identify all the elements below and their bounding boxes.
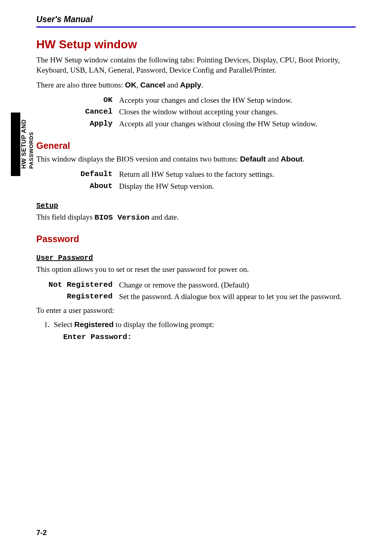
table-row: Registered Set the password. A dialogue … (36, 291, 356, 302)
general-table: Default Return all HW Setup values to th… (36, 168, 356, 192)
about-word: About (281, 155, 303, 163)
sep2: and (165, 81, 180, 89)
desc-cell: Accepts your changes and closes the HW S… (119, 94, 356, 106)
password-table: Not Registered Change or remove the pass… (36, 279, 356, 303)
table-row: Apply Accepts all your changes without c… (36, 118, 356, 130)
general-intro: This window displays the BIOS version an… (36, 154, 356, 164)
btn-cancel-word: Cancel (140, 81, 165, 89)
period1: . (201, 81, 203, 89)
desc-cell: Display the HW Setup version. (119, 180, 356, 192)
and-word: and (266, 155, 281, 163)
step1-pre: Select (54, 320, 74, 329)
setup-text-pre: This field displays (36, 213, 94, 221)
general-heading: General (36, 140, 356, 151)
header-rule (36, 26, 356, 28)
term-cell: About (36, 180, 119, 192)
term-cell: Not Registered (36, 279, 119, 291)
desc-cell: Set the password. A dialogue box will ap… (119, 291, 356, 302)
desc-cell: Change or remove the password. (Default) (119, 279, 356, 291)
desc-cell: Return all HW Setup values to the factor… (119, 168, 356, 180)
enter-password-prompt: Enter Password: (63, 333, 356, 341)
btn-apply-word: Apply (180, 81, 201, 89)
list-item: Select Registered to display the followi… (52, 320, 356, 341)
table-row: Not Registered Change or remove the pass… (36, 279, 356, 291)
running-header: User's Manual (36, 15, 356, 24)
buttons-table: OK Accepts your changes and closes the H… (36, 94, 356, 130)
page-container: User's Manual HW Setup window The HW Set… (0, 0, 392, 359)
term-cell: Apply (36, 118, 119, 130)
enter-intro: To enter a user password: (36, 305, 356, 315)
registered-word: Registered (74, 320, 114, 328)
table-row: OK Accepts your changes and closes the H… (36, 94, 356, 106)
general-intro-pre: This window displays the BIOS version an… (36, 155, 240, 163)
buttons-sentence: There are also three buttons: OK, Cancel… (36, 80, 356, 90)
page-number: 7-2 (36, 529, 47, 537)
table-row: About Display the HW Setup version. (36, 180, 356, 192)
sep1: , (136, 81, 140, 89)
table-row: Default Return all HW Setup values to th… (36, 168, 356, 180)
term-cell: Cancel (36, 106, 119, 118)
desc-cell: Accepts all your changes without closing… (119, 118, 356, 130)
term-cell: Registered (36, 291, 119, 302)
section-intro: The HW Setup window contains the followi… (36, 55, 356, 76)
term-cell: Default (36, 168, 119, 180)
user-password-subheading: User Password (36, 254, 93, 262)
default-word: Default (240, 155, 266, 163)
password-heading: Password (36, 234, 356, 244)
setup-text-post: and date. (150, 213, 179, 221)
term-cell: OK (36, 94, 119, 106)
table-row: Cancel Closes the window without accepti… (36, 106, 356, 118)
desc-cell: Closes the window without accepting your… (119, 106, 356, 118)
password-intro: This option allows you to set or reset t… (36, 264, 356, 274)
section-title: HW Setup window (36, 38, 356, 51)
step1-post: to display the following prompt: (114, 320, 214, 329)
setup-text: This field displays BIOS Version and dat… (36, 212, 356, 223)
bios-version-word: BIOS Version (94, 213, 149, 222)
step-list: Select Registered to display the followi… (36, 320, 356, 341)
btn-ok-word: OK (125, 81, 136, 89)
buttons-sentence-pre: There are also three buttons: (36, 81, 125, 89)
setup-subheading: Setup (36, 201, 58, 210)
period2: . (303, 155, 305, 163)
